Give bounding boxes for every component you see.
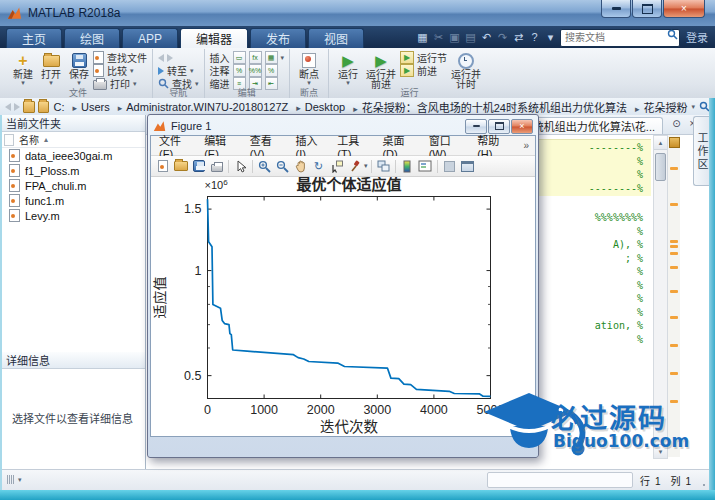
code-indicator-mark[interactable]: [670, 266, 678, 269]
brush-dropdown-icon[interactable]: ▾: [364, 163, 368, 169]
new-button[interactable]: +新建▾: [9, 50, 37, 86]
file-row[interactable]: data_ieee30gai.m: [0, 148, 145, 163]
comment-row[interactable]: 注释%%%%: [210, 65, 285, 76]
tab-editor[interactable]: 编辑器: [180, 28, 248, 48]
insert-colorbar-icon[interactable]: [399, 158, 416, 174]
insert-function-icon[interactable]: fx: [249, 51, 262, 64]
save-button[interactable]: 保存▾: [65, 50, 93, 86]
file-row[interactable]: FPA_chuli.m: [0, 178, 145, 193]
code-line[interactable]: %: [537, 155, 643, 169]
tab-plots[interactable]: 绘图: [64, 28, 120, 48]
zoom-out-icon[interactable]: [274, 158, 291, 174]
breadcrumb-item[interactable]: Desktop: [292, 101, 346, 113]
signin-link[interactable]: 登录: [683, 29, 711, 45]
scroll-up-icon[interactable]: ▴: [654, 136, 667, 150]
code-indicator-mark[interactable]: [670, 252, 678, 255]
qat-help-icon[interactable]: ?: [528, 31, 541, 43]
code-indicator-mark[interactable]: [670, 167, 678, 170]
insert-row[interactable]: 插入▭fx▦▾: [210, 52, 285, 63]
code-line[interactable]: ; %: [537, 252, 643, 266]
code-line[interactable]: --------%: [537, 182, 643, 196]
insert-section-icon[interactable]: ▭: [233, 51, 246, 64]
code-indicator-mark[interactable]: [670, 240, 678, 243]
code-indicator-mark[interactable]: [670, 344, 678, 347]
breadcrumb-item[interactable]: Users: [68, 101, 110, 113]
code-line[interactable]: %: [537, 333, 643, 347]
data-cursor-icon[interactable]: [328, 158, 345, 174]
run-button[interactable]: ▶运行▾: [334, 50, 362, 86]
rotate3d-icon[interactable]: ↻: [310, 158, 327, 174]
statusbar-grip[interactable]: ▾: [7, 475, 22, 484]
hide-plot-tools-icon[interactable]: [441, 158, 458, 174]
code-line[interactable]: ation, %: [537, 319, 643, 333]
new-figure-icon[interactable]: [154, 158, 171, 174]
code-analyzer-status[interactable]: [669, 137, 680, 148]
show-plot-tools-icon[interactable]: [459, 158, 476, 174]
code-indicator-mark[interactable]: [670, 290, 678, 293]
link-plot-icon[interactable]: [375, 158, 392, 174]
qat-dropdown-icon[interactable]: ▾: [544, 31, 557, 44]
run-time-button[interactable]: 运行并 计时: [447, 50, 485, 90]
print-figure-icon[interactable]: [208, 158, 225, 174]
zoom-in-icon[interactable]: [256, 158, 273, 174]
tab-apps[interactable]: APP: [122, 28, 178, 48]
qat-paste-icon[interactable]: ▤: [464, 31, 477, 44]
breakpoints-button[interactable]: 断点▾: [295, 50, 323, 86]
goto-button[interactable]: 转至▾: [158, 65, 199, 76]
folder-up-icon[interactable]: [23, 101, 35, 113]
file-list-header[interactable]: 名称▴: [0, 132, 145, 148]
code-line[interactable]: A), %: [537, 238, 643, 252]
qat-copy-icon[interactable]: ▣: [448, 31, 461, 44]
run-advance-button[interactable]: ▶运行并 前进: [362, 50, 400, 90]
code-indicator-mark[interactable]: [670, 372, 678, 375]
code-line[interactable]: %: [537, 292, 643, 306]
qat-save-icon[interactable]: ▦: [416, 31, 429, 44]
find-files-button[interactable]: 查找文件: [93, 52, 147, 63]
brush-icon[interactable]: [346, 158, 363, 174]
open-file-icon[interactable]: [172, 158, 189, 174]
code-indicator-mark[interactable]: [670, 316, 678, 319]
code-line[interactable]: %: [537, 279, 643, 293]
pan-hand-icon[interactable]: [292, 158, 309, 174]
breadcrumb-item[interactable]: Administrator.WIN7U-20180127Z: [114, 101, 290, 113]
browse-folder-icon[interactable]: [38, 101, 50, 113]
addressbar-dropdown-icon[interactable]: ▾: [691, 104, 695, 110]
file-row[interactable]: f1_Ploss.m: [0, 163, 145, 178]
tab-home[interactable]: 主页: [6, 28, 62, 48]
editor-tab-menu-icon[interactable]: ⊙: [670, 118, 683, 129]
code-line[interactable]: %: [537, 225, 643, 239]
workspace-collapsed-tab[interactable]: 工作区: [693, 116, 710, 186]
nav-forward-icon[interactable]: [14, 103, 20, 111]
file-row[interactable]: Levy.m: [0, 208, 145, 223]
code-line[interactable]: %%%%%%%%: [537, 211, 643, 225]
close-button[interactable]: ×: [663, 0, 705, 18]
open-button[interactable]: 打开▾: [37, 50, 65, 86]
maximize-button[interactable]: [632, 0, 662, 18]
code-line[interactable]: --------%: [537, 141, 643, 155]
search-icon[interactable]: [667, 29, 678, 40]
code-line[interactable]: %: [537, 168, 643, 182]
nav-back-icon[interactable]: [5, 103, 11, 111]
tab-view[interactable]: 视图: [308, 28, 364, 48]
uncomment-icon[interactable]: %: [265, 64, 278, 77]
file-row[interactable]: func1.m: [0, 193, 145, 208]
forward-icon[interactable]: [167, 54, 173, 62]
back-icon[interactable]: [158, 54, 164, 62]
menu-overflow-icon[interactable]: »: [517, 140, 533, 151]
save-figure-icon[interactable]: [190, 158, 207, 174]
compare-button[interactable]: 比较▾: [93, 65, 147, 76]
insert-image-icon[interactable]: ▦: [265, 51, 278, 64]
comment-block-icon[interactable]: %%: [249, 64, 262, 77]
doc-search-input[interactable]: [560, 29, 680, 47]
breadcrumb-item[interactable]: C:: [52, 101, 65, 113]
breadcrumb-item[interactable]: 花朵授粉: [631, 99, 689, 115]
insert-legend-icon[interactable]: [417, 158, 434, 174]
code-indicator-mark[interactable]: [670, 245, 678, 248]
scrollbar-thumb[interactable]: [655, 153, 666, 181]
qat-switch-icon[interactable]: ⇄: [512, 31, 525, 44]
advance-button[interactable]: ▶前进: [400, 65, 447, 76]
tab-publish[interactable]: 发布: [250, 28, 306, 48]
edit-plot-cursor-icon[interactable]: [232, 158, 249, 174]
breadcrumb-item[interactable]: 花朵授粉：含风电场的十机24时系统机组出力优化算法: [349, 99, 628, 115]
qat-undo-icon[interactable]: ↶: [480, 31, 493, 44]
